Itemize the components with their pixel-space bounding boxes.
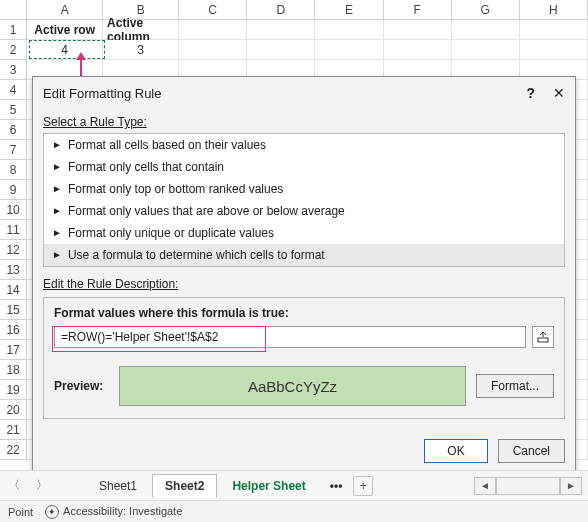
sheet-tab-more[interactable]: •••	[321, 474, 352, 498]
cell[interactable]	[315, 20, 383, 40]
tab-nav-next-icon[interactable]: 〉	[28, 477, 56, 494]
preview-label: Preview:	[54, 379, 109, 393]
preview-text: AaBbCcYyZz	[248, 378, 337, 395]
row-header-19[interactable]: 19	[0, 380, 27, 400]
row-header-4[interactable]: 4	[0, 80, 27, 100]
row-header-12[interactable]: 12	[0, 240, 27, 260]
row-header-9[interactable]: 9	[0, 180, 27, 200]
col-header-g[interactable]: G	[452, 0, 520, 20]
rule-description-box: Format values where this formula is true…	[43, 297, 565, 419]
col-header-e[interactable]: E	[315, 0, 383, 20]
more-label: •••	[330, 479, 343, 493]
rule-type-item[interactable]: ►Use a formula to determine which cells …	[44, 244, 564, 266]
row-header-6[interactable]: 6	[0, 120, 27, 140]
row-header-22[interactable]: 22	[0, 440, 27, 460]
row-header-5[interactable]: 5	[0, 100, 27, 120]
rule-type-label: Format only unique or duplicate values	[68, 226, 274, 240]
cell[interactable]	[452, 40, 520, 60]
dialog-title: Edit Formatting Rule	[43, 86, 162, 101]
cancel-button-label: Cancel	[513, 444, 550, 458]
scroll-right-icon[interactable]: ►	[560, 477, 582, 495]
cell[interactable]	[384, 20, 452, 40]
tab-nav-prev-icon[interactable]: 〈	[0, 477, 28, 494]
chevron-right-icon: ►	[52, 250, 62, 260]
col-header-h[interactable]: H	[520, 0, 588, 20]
edit-rule-description-label: Edit the Rule Description:	[43, 277, 565, 291]
chevron-right-icon: ►	[52, 162, 62, 172]
row-header-16[interactable]: 16	[0, 320, 27, 340]
help-icon[interactable]: ?	[526, 85, 535, 101]
row-header-3[interactable]: 3	[0, 60, 27, 80]
chevron-right-icon: ►	[52, 228, 62, 238]
cell-mode: Point	[8, 506, 33, 518]
col-header-d[interactable]: D	[247, 0, 315, 20]
row-header-13[interactable]: 13	[0, 260, 27, 280]
cell[interactable]: Active row	[27, 20, 103, 40]
collapse-dialog-icon[interactable]	[532, 326, 554, 348]
rule-type-list[interactable]: ►Format all cells based on their values►…	[43, 133, 565, 267]
formula-input[interactable]: =ROW()='Helper Sheet'!$A$2	[54, 326, 526, 348]
rule-type-label: Use a formula to determine which cells t…	[68, 248, 325, 262]
scroll-left-icon[interactable]: ◄	[474, 477, 496, 495]
formula-value: =ROW()='Helper Sheet'!$A$2	[61, 330, 218, 344]
select-all-corner[interactable]	[0, 0, 27, 20]
format-button[interactable]: Format...	[476, 374, 554, 398]
cell[interactable]	[315, 40, 383, 60]
cell[interactable]	[520, 40, 588, 60]
rule-type-item[interactable]: ►Format only cells that contain	[44, 156, 564, 178]
cell[interactable]	[384, 40, 452, 60]
row-header-7[interactable]: 7	[0, 140, 27, 160]
chevron-right-icon: ►	[52, 140, 62, 150]
accessibility-icon: ✦	[45, 505, 59, 519]
accessibility-label: Accessibility: Investigate	[63, 505, 182, 517]
row-header-10[interactable]: 10	[0, 200, 27, 220]
cell[interactable]: 4	[27, 40, 103, 60]
sheet-tab-helper-sheet[interactable]: Helper Sheet	[219, 474, 318, 498]
col-header-f[interactable]: F	[384, 0, 452, 20]
preview-sample: AaBbCcYyZz	[119, 366, 466, 406]
sheet-tab-label: Sheet1	[99, 479, 137, 493]
scroll-track[interactable]	[496, 477, 560, 495]
cell[interactable]	[179, 40, 247, 60]
new-sheet-button[interactable]: +	[353, 476, 373, 496]
row-header-15[interactable]: 15	[0, 300, 27, 320]
cell[interactable]: 3	[103, 40, 179, 60]
rule-type-label: Format all cells based on their values	[68, 138, 266, 152]
accessibility-status[interactable]: ✦Accessibility: Investigate	[45, 505, 182, 519]
row-header-2[interactable]: 2	[0, 40, 27, 60]
close-icon[interactable]: ✕	[553, 85, 565, 101]
chevron-right-icon: ►	[52, 206, 62, 216]
row-header-20[interactable]: 20	[0, 400, 27, 420]
svg-rect-0	[538, 338, 548, 342]
sheet-tab-label: Helper Sheet	[232, 479, 305, 493]
cell[interactable]	[179, 20, 247, 40]
rule-type-item[interactable]: ►Format only top or bottom ranked values	[44, 178, 564, 200]
rule-type-item[interactable]: ►Format only unique or duplicate values	[44, 222, 564, 244]
cell[interactable]	[247, 40, 315, 60]
formula-label: Format values where this formula is true…	[54, 306, 554, 320]
row-header-17[interactable]: 17	[0, 340, 27, 360]
sheet-tab-sheet1[interactable]: Sheet1	[86, 474, 150, 498]
row-header-11[interactable]: 11	[0, 220, 27, 240]
sheet-tab-label: Sheet2	[165, 479, 204, 493]
row-header-18[interactable]: 18	[0, 360, 27, 380]
cancel-button[interactable]: Cancel	[498, 439, 565, 463]
sheet-tab-sheet2[interactable]: Sheet2	[152, 474, 217, 498]
rule-type-label: Format only top or bottom ranked values	[68, 182, 283, 196]
chevron-right-icon: ►	[52, 184, 62, 194]
rule-type-item[interactable]: ►Format only values that are above or be…	[44, 200, 564, 222]
row-header-1[interactable]: 1	[0, 20, 27, 40]
cell[interactable]: Active column	[103, 20, 179, 40]
cell[interactable]	[520, 20, 588, 40]
col-header-a[interactable]: A	[27, 0, 103, 20]
row-header-8[interactable]: 8	[0, 160, 27, 180]
ok-button[interactable]: OK	[424, 439, 487, 463]
rule-type-label: Format only values that are above or bel…	[68, 204, 345, 218]
col-header-c[interactable]: C	[179, 0, 247, 20]
cell[interactable]	[452, 20, 520, 40]
horizontal-scrollbar[interactable]: ◄ ►	[474, 477, 582, 495]
rule-type-item[interactable]: ►Format all cells based on their values	[44, 134, 564, 156]
row-header-14[interactable]: 14	[0, 280, 27, 300]
row-header-21[interactable]: 21	[0, 420, 27, 440]
cell[interactable]	[247, 20, 315, 40]
